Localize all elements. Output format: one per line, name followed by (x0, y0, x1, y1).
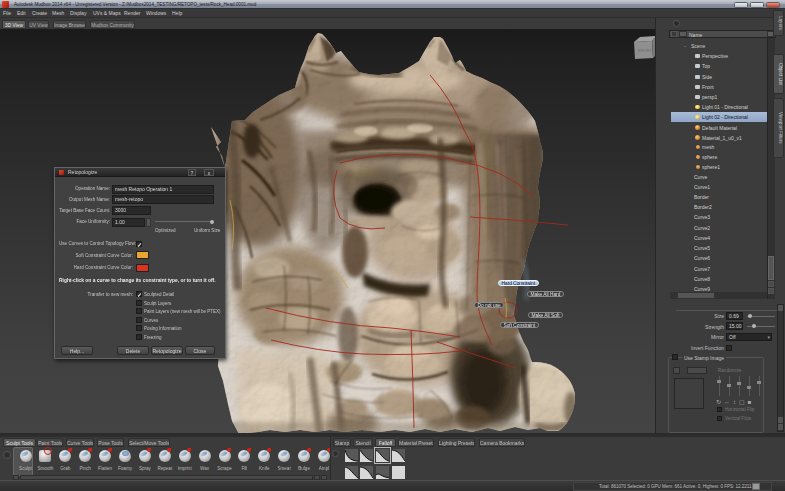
svg-text:FRONT: FRONT (638, 48, 652, 53)
